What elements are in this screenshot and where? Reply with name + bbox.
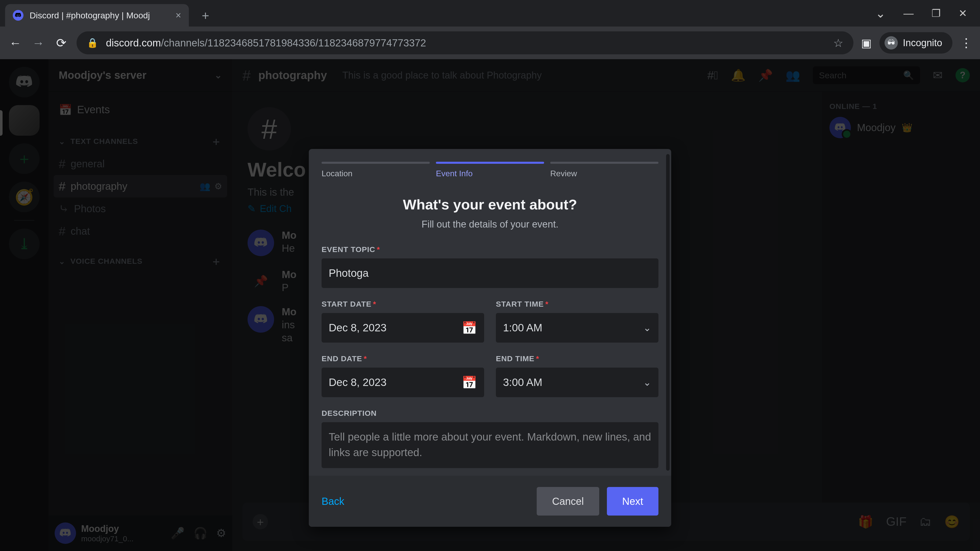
step-review[interactable]: Review [550, 162, 659, 178]
calendar-icon: 📅 [462, 375, 477, 390]
start-time-label: START TIME* [496, 300, 659, 308]
browser-tab[interactable]: Discord | #photography | Moodj × [5, 4, 189, 27]
end-time-label: END TIME* [496, 354, 659, 363]
nav-back-icon[interactable]: ← [8, 36, 23, 50]
tab-search-icon[interactable]: ⌄ [875, 6, 886, 21]
nav-reload-icon[interactable]: ⟳ [54, 36, 69, 50]
address-bar[interactable]: 🔒 discord.com/channels/11823468517819843… [76, 32, 853, 54]
browser-toolbar: ← → ⟳ 🔒 discord.com/channels/11823468517… [0, 27, 980, 59]
window-minimize-icon[interactable]: ― [904, 8, 914, 19]
chevron-down-icon: ⌄ [643, 322, 651, 333]
incognito-icon: 🕶 [885, 36, 898, 49]
step-event-info[interactable]: Event Info [436, 162, 544, 178]
step-location[interactable]: Location [321, 162, 430, 178]
modal-footer: Back Cancel Next [309, 476, 671, 527]
bookmark-star-icon[interactable]: ☆ [833, 37, 843, 49]
cancel-button[interactable]: Cancel [537, 487, 599, 516]
chevron-down-icon: ⌄ [643, 377, 651, 388]
modal-subtitle: Fill out the details of your event. [321, 219, 659, 230]
start-date-input[interactable]: Dec 8, 2023 📅 [321, 313, 484, 343]
next-button[interactable]: Next [607, 487, 659, 516]
lock-icon: 🔒 [87, 38, 98, 48]
modal-scrollbar[interactable] [666, 154, 670, 471]
create-event-modal: Location Event Info Review What's your e… [309, 149, 671, 527]
modal-title: What's your event about? [321, 196, 659, 213]
event-topic-input[interactable]: Photoga [321, 259, 659, 288]
incognito-chip[interactable]: 🕶 Incognito [880, 32, 953, 54]
tab-close-icon[interactable]: × [176, 11, 181, 20]
description-label: DESCRIPTION [321, 409, 659, 418]
event-topic-label: EVENT TOPIC* [321, 245, 659, 254]
nav-forward-icon[interactable]: → [30, 36, 46, 50]
tab-title: Discord | #photography | Moodj [30, 11, 169, 21]
start-date-label: START DATE* [321, 300, 484, 308]
browser-menu-icon[interactable]: ⋮ [960, 36, 972, 50]
end-date-input[interactable]: Dec 8, 2023 📅 [321, 368, 484, 397]
extensions-icon[interactable]: ▣ [861, 37, 872, 49]
description-input[interactable]: Tell people a little more about your eve… [321, 422, 659, 468]
window-maximize-icon[interactable]: ❐ [932, 7, 941, 19]
url-path: /channels/1182346851781984336/1182346879… [161, 37, 426, 48]
new-tab-button[interactable]: + [197, 6, 215, 24]
url-host: discord.com [106, 37, 161, 48]
end-time-select[interactable]: 3:00 AM ⌄ [496, 368, 659, 397]
back-button[interactable]: Back [321, 495, 344, 507]
browser-tabstrip: Discord | #photography | Moodj × + ⌄ ― ❐… [0, 0, 980, 27]
incognito-label: Incognito [903, 38, 942, 48]
end-date-label: END DATE* [321, 354, 484, 363]
step-indicator: Location Event Info Review [321, 162, 659, 178]
window-close-icon[interactable]: ✕ [959, 7, 967, 19]
calendar-icon: 📅 [462, 321, 477, 335]
window-controls: ⌄ ― ❐ ✕ [875, 0, 980, 27]
discord-favicon [13, 10, 24, 21]
start-time-select[interactable]: 1:00 AM ⌄ [496, 313, 659, 343]
